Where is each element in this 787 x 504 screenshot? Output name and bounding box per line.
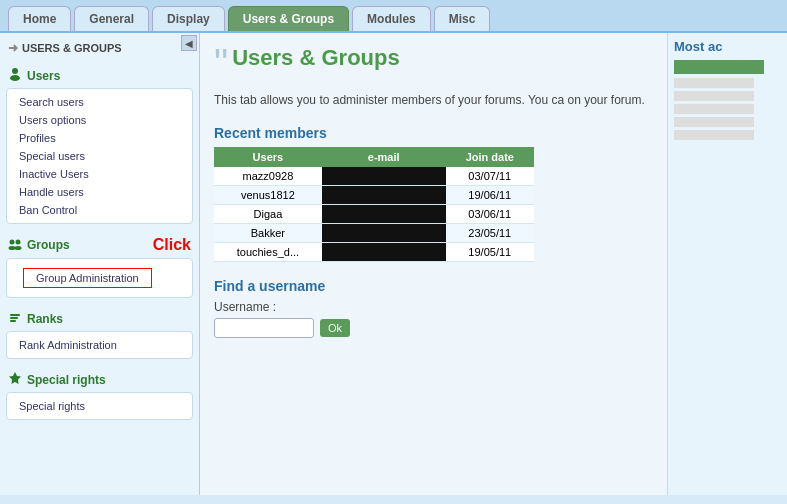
svg-point-1 [10, 75, 20, 81]
find-username-section: Find a username Username : Ok [214, 278, 653, 338]
special-rights-icon [8, 371, 22, 388]
user-name[interactable]: touchies_d... [214, 243, 322, 262]
sidebar-item-inactive-users[interactable]: Inactive Users [7, 165, 192, 183]
svg-point-0 [12, 68, 18, 74]
users-icon [8, 67, 22, 84]
tab-general[interactable]: General [74, 6, 149, 31]
content-main: " Users & Groups This tab allows you to … [200, 33, 667, 495]
svg-rect-6 [10, 314, 20, 316]
svg-point-5 [15, 246, 22, 250]
sidebar-groups-section: Groups Click Group Administration [0, 230, 199, 298]
main-layout: ◀ ➜ USERS & GROUPS Users Search users Us… [0, 33, 787, 495]
most-active-row [674, 117, 754, 127]
col-users: Users [214, 147, 322, 167]
table-row: mazz0928 03/07/11 [214, 167, 534, 186]
quote-decoration: " [214, 43, 228, 83]
username-label: Username : [214, 300, 653, 314]
user-email [322, 186, 446, 205]
sidebar-item-group-administration[interactable]: Group Administration [23, 268, 152, 288]
sidebar-collapse-button[interactable]: ◀ [181, 35, 197, 51]
sidebar-item-profiles[interactable]: Profiles [7, 129, 192, 147]
user-join-date: 03/07/11 [446, 167, 534, 186]
user-join-date: 03/06/11 [446, 205, 534, 224]
most-active-title: Most ac [674, 39, 781, 54]
user-name[interactable]: venus1812 [214, 186, 322, 205]
sidebar: ◀ ➜ USERS & GROUPS Users Search users Us… [0, 33, 200, 495]
most-active-row [674, 91, 754, 101]
sidebar-item-users-options[interactable]: Users options [7, 111, 192, 129]
user-email [322, 167, 446, 186]
most-active-row [674, 78, 754, 88]
user-email [322, 243, 446, 262]
tab-misc[interactable]: Misc [434, 6, 491, 31]
ranks-icon [8, 310, 22, 327]
sidebar-item-ban-control[interactable]: Ban Control [7, 201, 192, 219]
groups-section-title: Groups Click [0, 230, 199, 256]
special-rights-menu-box: Special rights [6, 392, 193, 420]
user-name[interactable]: mazz0928 [214, 167, 322, 186]
sidebar-item-special-rights[interactable]: Special rights [7, 397, 192, 415]
table-row: Digaa 03/06/11 [214, 205, 534, 224]
svg-point-4 [9, 246, 16, 250]
table-row: venus1812 19/06/11 [214, 186, 534, 205]
sidebar-item-special-users[interactable]: Special users [7, 147, 192, 165]
col-email: e-mail [322, 147, 446, 167]
users-groups-label: ➜ USERS & GROUPS [0, 37, 199, 61]
table-row: Bakker 23/05/11 [214, 224, 534, 243]
special-rights-section-title: Special rights [0, 365, 199, 390]
tab-display[interactable]: Display [152, 6, 225, 31]
find-username-title: Find a username [214, 278, 653, 294]
find-button[interactable]: Ok [320, 319, 350, 337]
page-description: This tab allows you to administer member… [214, 91, 653, 109]
most-active-row [674, 130, 754, 140]
top-navigation: Home General Display Users & Groups Modu… [0, 0, 787, 33]
groups-icon [8, 237, 22, 254]
arrow-icon: ➜ [8, 41, 18, 55]
sidebar-special-rights-section: Special rights Special rights [0, 365, 199, 420]
svg-point-2 [10, 239, 15, 244]
most-active-row [674, 104, 754, 114]
users-menu-box: Search users Users options Profiles Spec… [6, 88, 193, 224]
ranks-section-title: Ranks [0, 304, 199, 329]
user-join-date: 19/05/11 [446, 243, 534, 262]
user-email [322, 205, 446, 224]
recent-members-heading: Recent members [214, 125, 653, 141]
click-label: Click [153, 236, 191, 254]
user-name[interactable]: Digaa [214, 205, 322, 224]
sidebar-ranks-section: Ranks Rank Administration [0, 304, 199, 359]
user-email [322, 224, 446, 243]
table-row: touchies_d... 19/05/11 [214, 243, 534, 262]
recent-members-table: Users e-mail Join date mazz0928 03/07/11… [214, 147, 534, 262]
page-title: Users & Groups [232, 45, 400, 71]
users-section-title: Users [0, 61, 199, 86]
svg-rect-8 [10, 320, 16, 322]
user-name[interactable]: Bakker [214, 224, 322, 243]
ranks-menu-box: Rank Administration [6, 331, 193, 359]
svg-marker-9 [9, 372, 21, 384]
most-active-bar [674, 60, 764, 74]
tab-modules[interactable]: Modules [352, 6, 431, 31]
tab-users-groups[interactable]: Users & Groups [228, 6, 349, 31]
sidebar-item-rank-administration[interactable]: Rank Administration [7, 336, 192, 354]
svg-rect-7 [10, 317, 18, 319]
svg-point-3 [16, 239, 21, 244]
sidebar-item-handle-users[interactable]: Handle users [7, 183, 192, 201]
col-join-date: Join date [446, 147, 534, 167]
sidebar-users-section: Users Search users Users options Profile… [0, 61, 199, 224]
groups-menu-box: Group Administration [6, 258, 193, 298]
user-join-date: 23/05/11 [446, 224, 534, 243]
content-area: " Users & Groups This tab allows you to … [200, 33, 787, 495]
sidebar-section-title: USERS & GROUPS [22, 42, 122, 54]
user-join-date: 19/06/11 [446, 186, 534, 205]
username-input[interactable] [214, 318, 314, 338]
most-active-panel: Most ac [667, 33, 787, 495]
sidebar-item-search-users[interactable]: Search users [7, 93, 192, 111]
tab-home[interactable]: Home [8, 6, 71, 31]
